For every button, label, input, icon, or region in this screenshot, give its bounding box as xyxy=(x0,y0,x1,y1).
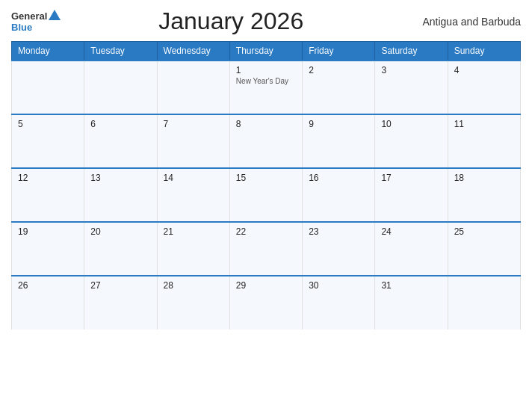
day-number: 13 xyxy=(90,173,150,183)
calendar-week-row: 12131415161718 xyxy=(12,168,521,222)
day-number: 20 xyxy=(90,226,150,237)
country-name: Antigua and Barbuda xyxy=(401,16,521,28)
calendar-cell: 27 xyxy=(84,276,157,330)
day-number: 11 xyxy=(454,119,514,129)
weekday-header-tuesday: Tuesday xyxy=(84,42,157,61)
weekday-header-sunday: Sunday xyxy=(448,42,520,61)
logo-general-text: General xyxy=(11,10,47,22)
calendar-cell xyxy=(84,61,157,114)
calendar-cell: 13 xyxy=(84,168,157,222)
calendar-cell: 15 xyxy=(229,168,302,222)
calendar-cell xyxy=(448,276,520,330)
day-number: 3 xyxy=(381,65,441,75)
calendar-cell: 5 xyxy=(12,114,84,168)
calendar-container: General Blue January 2026 Antigua and Ba… xyxy=(0,0,532,411)
calendar-cell: 29 xyxy=(229,276,302,330)
calendar-week-row: 1New Year's Day234 xyxy=(12,61,521,114)
weekday-header-monday: Monday xyxy=(12,42,84,61)
calendar-cell: 24 xyxy=(375,222,448,276)
calendar-cell: 1New Year's Day xyxy=(229,61,302,114)
day-number: 1 xyxy=(236,65,296,75)
weekday-header-saturday: Saturday xyxy=(375,42,448,61)
calendar-cell: 18 xyxy=(448,168,520,222)
day-number: 25 xyxy=(454,226,514,237)
calendar-cell: 10 xyxy=(375,114,448,168)
calendar-cell: 26 xyxy=(12,276,84,330)
calendar-cell: 25 xyxy=(448,222,520,276)
calendar-cell: 2 xyxy=(303,61,375,114)
calendar-cell: 21 xyxy=(157,222,229,276)
day-number: 17 xyxy=(381,173,441,183)
calendar-cell: 28 xyxy=(157,276,229,330)
weekday-header-wednesday: Wednesday xyxy=(157,42,229,61)
calendar-cell: 20 xyxy=(84,222,157,276)
weekday-header-row: MondayTuesdayWednesdayThursdayFridaySatu… xyxy=(12,42,521,61)
calendar-cell: 31 xyxy=(375,276,448,330)
day-number: 16 xyxy=(309,173,368,183)
calendar-cell: 22 xyxy=(229,222,302,276)
calendar-cell: 14 xyxy=(157,168,229,222)
day-number: 6 xyxy=(90,119,150,129)
calendar-cell: 17 xyxy=(375,168,448,222)
calendar-cell: 12 xyxy=(12,168,84,222)
calendar-cell: 9 xyxy=(303,114,375,168)
calendar-cell: 30 xyxy=(303,276,375,330)
logo: General Blue xyxy=(11,10,61,33)
day-number: 24 xyxy=(381,226,441,237)
day-number: 21 xyxy=(164,226,223,237)
day-number: 12 xyxy=(18,173,78,183)
calendar-table: MondayTuesdayWednesdayThursdayFridaySatu… xyxy=(11,41,521,330)
day-number: 14 xyxy=(164,173,223,183)
calendar-cell: 23 xyxy=(303,222,375,276)
calendar-cell: 6 xyxy=(84,114,157,168)
logo-blue-text: Blue xyxy=(11,22,32,33)
weekday-header-friday: Friday xyxy=(303,42,375,61)
calendar-cell: 4 xyxy=(448,61,520,114)
calendar-cell: 11 xyxy=(448,114,520,168)
day-number: 19 xyxy=(18,226,78,237)
day-number: 7 xyxy=(164,119,223,129)
day-number: 8 xyxy=(236,119,296,129)
calendar-cell xyxy=(157,61,229,114)
day-number: 26 xyxy=(18,280,78,291)
day-number: 9 xyxy=(309,119,368,129)
day-number: 2 xyxy=(309,65,368,75)
weekday-header-thursday: Thursday xyxy=(229,42,302,61)
calendar-week-row: 19202122232425 xyxy=(12,222,521,276)
day-number: 28 xyxy=(164,280,223,291)
calendar-week-row: 567891011 xyxy=(12,114,521,168)
calendar-header: General Blue January 2026 Antigua and Ba… xyxy=(11,7,521,35)
day-number: 15 xyxy=(236,173,296,183)
holiday-label: New Year's Day xyxy=(236,77,296,85)
calendar-cell xyxy=(12,61,84,114)
calendar-cell: 7 xyxy=(157,114,229,168)
day-number: 27 xyxy=(90,280,150,291)
day-number: 29 xyxy=(236,280,296,291)
day-number: 23 xyxy=(309,226,368,237)
month-title: January 2026 xyxy=(61,7,401,35)
day-number: 30 xyxy=(309,280,368,291)
logo-triangle-icon xyxy=(49,10,61,20)
day-number: 10 xyxy=(381,119,441,129)
calendar-cell: 16 xyxy=(303,168,375,222)
day-number: 22 xyxy=(236,226,296,237)
day-number: 31 xyxy=(381,280,441,291)
calendar-week-row: 262728293031 xyxy=(12,276,521,330)
calendar-cell: 8 xyxy=(229,114,302,168)
day-number: 5 xyxy=(18,119,78,129)
calendar-cell: 19 xyxy=(12,222,84,276)
day-number: 18 xyxy=(454,173,514,183)
calendar-cell: 3 xyxy=(375,61,448,114)
day-number: 4 xyxy=(454,65,514,75)
